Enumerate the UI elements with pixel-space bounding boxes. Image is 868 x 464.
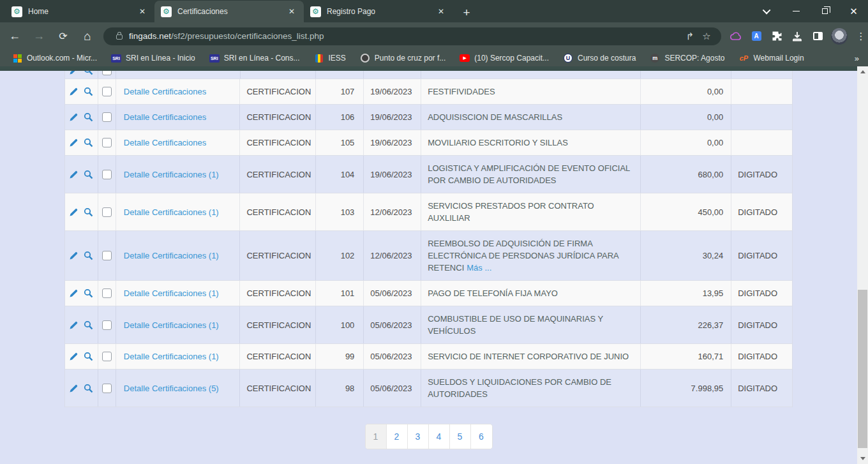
numero-cell: 106 (316, 105, 364, 130)
valor-cell: 450,00 (641, 193, 731, 230)
extensions-puzzle-icon[interactable] (770, 29, 784, 43)
row-checkbox[interactable] (102, 170, 112, 179)
edit-icon[interactable] (68, 288, 79, 299)
forward-icon[interactable]: → (29, 27, 49, 46)
scroll-down-arrow-icon[interactable] (857, 453, 868, 464)
minimize-button[interactable] (782, 0, 811, 22)
search-icon[interactable] (83, 250, 94, 261)
tab-close-icon[interactable]: ✕ (286, 6, 297, 17)
edit-icon[interactable] (68, 112, 79, 123)
bookmark-item[interactable]: IESS (307, 50, 353, 66)
table-row: Detalle Certificaciones (5) CERTIFICACIO… (65, 370, 792, 407)
numero-cell: 107 (316, 79, 364, 104)
bookmark-label: SERCOP: Agosto (664, 54, 724, 63)
pagination-page-link[interactable]: 6 (471, 424, 492, 449)
url-text[interactable]: fingads.net/sf2/presupuesto/certificacio… (129, 31, 682, 41)
bookmark-item[interactable]: m SERCOP: Agosto (643, 50, 731, 66)
weather-extension-icon[interactable] (729, 29, 743, 43)
search-icon[interactable] (83, 351, 94, 362)
detalle-certificaciones-link[interactable]: Detalle Certificaciones (1) (124, 250, 219, 262)
pagination-page-link[interactable]: 2 (387, 424, 408, 449)
numero-cell: 99 (316, 344, 364, 369)
pagination-page-link[interactable]: 3 (408, 424, 429, 449)
detalle-certificaciones-link[interactable]: Detalle Certificaciones (1) (124, 287, 219, 299)
translate-extension-icon[interactable]: A (749, 29, 763, 43)
edit-icon[interactable] (68, 207, 79, 218)
row-checkbox[interactable] (102, 352, 112, 361)
row-checkbox[interactable] (102, 138, 112, 147)
reload-icon[interactable]: ⟳ (54, 27, 73, 46)
tab-title: Home (28, 7, 131, 16)
address-bar[interactable]: fingads.net/sf2/presupuesto/certificacio… (103, 27, 721, 45)
search-icon[interactable] (83, 207, 94, 218)
search-icon[interactable] (83, 169, 94, 180)
detalle-certificaciones-link[interactable]: Detalle Certificaciones (124, 137, 206, 149)
bookmark-star-icon[interactable]: ☆ (698, 28, 715, 45)
tipo-cell: CERTIFICACION (240, 130, 316, 155)
back-icon[interactable]: ← (5, 27, 24, 46)
pagination-page-link[interactable]: 5 (450, 424, 471, 449)
vertical-scrollbar[interactable] (857, 66, 868, 464)
bookmark-item[interactable]: SRI SRI en Línea - Cons... (202, 50, 307, 66)
row-checkbox[interactable] (102, 288, 112, 298)
row-checkbox[interactable] (102, 87, 112, 96)
pagination-page-link[interactable]: 4 (429, 424, 450, 449)
edit-icon[interactable] (68, 71, 79, 76)
browser-tab[interactable]: ⚙ Home ✕ (5, 1, 154, 22)
detalle-certificaciones-link[interactable]: Detalle Certificaciones (1) (124, 319, 219, 331)
row-checkbox[interactable] (102, 320, 112, 330)
search-icon[interactable] (83, 112, 94, 123)
bookmarks-overflow-chevron-icon[interactable]: » (855, 54, 859, 63)
bookmark-item[interactable]: ▶ (10) Sercop Capacit... (453, 50, 556, 66)
browser-tab[interactable]: ⚙ Certificaciones ✕ (154, 1, 304, 22)
edit-icon[interactable] (68, 137, 79, 148)
profile-avatar[interactable] (831, 28, 848, 45)
detalle-certificaciones-link[interactable]: Detalle Certificaciones (124, 86, 206, 98)
detalle-certificaciones-link[interactable]: Detalle Certificaciones (1) (124, 206, 219, 218)
close-window-button[interactable]: ✕ (839, 0, 868, 22)
search-icon[interactable] (83, 137, 94, 148)
tab-search-chevron-icon[interactable] (753, 0, 782, 22)
lock-icon[interactable] (116, 34, 123, 40)
search-icon[interactable] (83, 320, 94, 331)
search-icon[interactable] (83, 71, 94, 76)
edit-icon[interactable] (68, 250, 79, 261)
download-icon[interactable] (790, 29, 804, 43)
pagination-page-link[interactable]: 1 (366, 424, 387, 449)
valor-cell: 226,37 (641, 306, 731, 343)
browser-tab[interactable]: ⚙ Registro Pago ✕ (304, 1, 453, 22)
search-icon[interactable] (83, 288, 94, 299)
bookmark-item[interactable]: Outlook.com - Micr... (5, 50, 104, 66)
row-checkbox[interactable] (102, 384, 112, 393)
edit-icon[interactable] (68, 351, 79, 362)
restore-button[interactable] (811, 0, 839, 22)
detalle-certificaciones-link[interactable]: Detalle Certificaciones (124, 111, 206, 123)
search-icon[interactable] (83, 86, 94, 97)
bookmark-item[interactable]: cP Webmail Login (731, 50, 811, 66)
row-checkbox[interactable] (102, 112, 112, 122)
menu-dots-icon[interactable]: ⋮ (854, 29, 868, 43)
bookmark-item[interactable]: Punto de cruz por f... (353, 50, 453, 66)
mas-link[interactable]: Más ... (467, 263, 491, 273)
edit-icon[interactable] (68, 86, 79, 97)
share-icon[interactable]: ↱ (682, 28, 698, 45)
new-tab-button[interactable]: + (457, 3, 476, 22)
detalle-certificaciones-link[interactable]: Detalle Certificaciones (5) (124, 382, 219, 394)
scroll-up-arrow-icon[interactable] (857, 66, 868, 77)
edit-icon[interactable] (68, 320, 79, 331)
search-icon[interactable] (83, 383, 94, 394)
detalle-certificaciones-link[interactable]: Detalle Certificaciones (1) (124, 168, 219, 181)
row-checkbox[interactable] (102, 71, 112, 75)
detalle-certificaciones-link[interactable]: Detalle Certificaciones (1) (124, 350, 219, 363)
home-icon[interactable]: ⌂ (78, 27, 97, 46)
edit-icon[interactable] (68, 169, 79, 180)
bookmark-item[interactable]: SRI SRI en Línea - Inicio (104, 50, 202, 66)
side-panel-icon[interactable] (811, 29, 825, 43)
row-checkbox[interactable] (102, 251, 112, 260)
bookmark-item[interactable]: U Curso de costura (556, 50, 643, 66)
scrollbar-thumb[interactable] (858, 290, 867, 448)
tab-close-icon[interactable]: ✕ (137, 6, 148, 17)
edit-icon[interactable] (68, 383, 79, 394)
row-checkbox[interactable] (102, 207, 112, 217)
tab-close-icon[interactable]: ✕ (435, 6, 447, 17)
